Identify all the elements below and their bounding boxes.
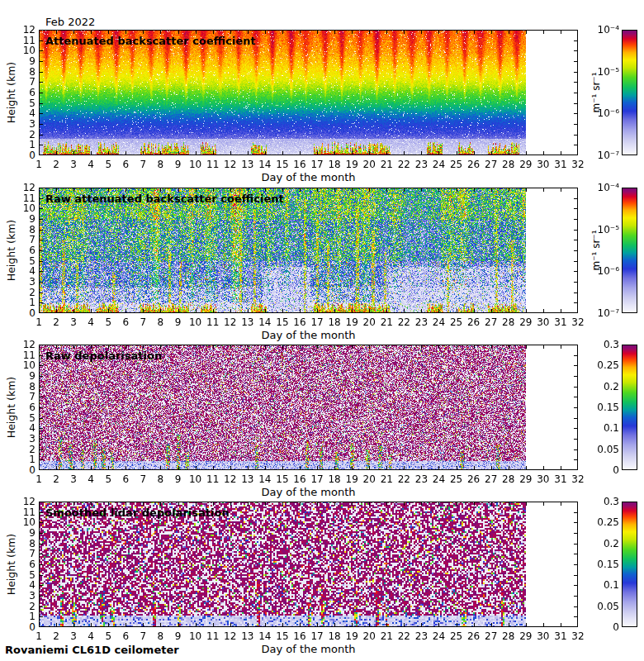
y-tick-label: 5	[12, 412, 36, 424]
figure: Feb 2022 Attenuated backscatter coeffici…	[0, 0, 644, 661]
x-tick-label: 12	[221, 159, 239, 170]
x-tick-label: 29	[517, 630, 535, 642]
x-tick-label: 20	[360, 473, 378, 485]
x-tick-label: 16	[291, 159, 309, 170]
x-tick-label: 20	[360, 159, 378, 170]
x-tick-label: 23	[412, 316, 430, 328]
x-tick-label: 22	[395, 316, 413, 328]
x-tick-label: 30	[534, 473, 552, 485]
panel-raw-attenuated-backscatter: Raw attenuated backscatter coefficient H…	[0, 188, 644, 313]
x-tick-label: 8	[151, 630, 169, 642]
y-tick-label: 9	[12, 213, 36, 225]
colorbar-tick-label: 0.05	[576, 444, 619, 455]
colorbar-tick-label: 0.1	[576, 422, 619, 434]
x-tick-label: 11	[204, 316, 222, 328]
footer-instrument-label: Rovaniemi CL61D ceilometer	[5, 644, 179, 656]
y-tick-label: 4	[12, 265, 36, 277]
colorbar	[622, 30, 637, 155]
y-tick-label: 1	[12, 611, 36, 622]
y-tick-label: 7	[12, 391, 36, 402]
y-tick-label: 3	[12, 433, 36, 445]
colorbar-tick-label: 0	[576, 621, 619, 633]
y-tick-label: 12	[12, 496, 36, 507]
colorbar-tick-label: 10⁻⁷	[576, 307, 619, 319]
x-tick-label: 1	[30, 630, 48, 642]
x-tick-label: 17	[308, 316, 326, 328]
y-tick-label: 3	[12, 590, 36, 602]
x-tick-label: 2	[47, 473, 65, 485]
x-tick-label: 13	[239, 159, 257, 170]
month-label: Feb 2022	[45, 16, 95, 28]
x-tick-label: 29	[517, 473, 535, 485]
x-tick-label: 11	[204, 630, 222, 642]
y-tick-label: 3	[12, 118, 36, 130]
x-tick-label: 22	[395, 473, 413, 485]
x-tick-label: 27	[482, 630, 500, 642]
x-tick-label: 26	[465, 316, 483, 328]
x-tick-label: 23	[412, 159, 430, 170]
x-tick-label: 28	[500, 473, 518, 485]
colorbar-tick-label: 0.1	[576, 579, 619, 591]
x-tick-label: 14	[256, 473, 274, 485]
x-tick-label: 31	[552, 159, 570, 170]
x-tick-label: 24	[429, 316, 447, 328]
x-tick-label: 15	[273, 473, 291, 485]
y-tick-label: 6	[12, 245, 36, 256]
x-tick-label: 17	[308, 159, 326, 170]
y-tick-label: 2	[12, 444, 36, 455]
x-tick-label: 30	[534, 316, 552, 328]
x-tick-label: 19	[343, 316, 361, 328]
x-tick-label: 22	[395, 159, 413, 170]
x-tick-label: 3	[64, 630, 83, 642]
x-tick-label: 28	[500, 159, 518, 170]
x-tick-label: 16	[291, 630, 309, 642]
x-tick-label: 5	[99, 316, 117, 328]
colorbar-tick-label: 0.25	[576, 359, 619, 371]
colorbar	[622, 345, 637, 470]
y-tick-label: 8	[12, 381, 36, 392]
y-tick-label: 12	[12, 182, 36, 193]
colorbar-tick-label: 10⁻⁷	[576, 150, 619, 161]
x-tick-label: 28	[500, 630, 518, 642]
x-tick-label: 8	[151, 316, 169, 328]
y-tick-label: 10	[12, 516, 36, 528]
x-tick-label: 21	[377, 473, 395, 485]
x-tick-label: 27	[482, 316, 500, 328]
x-tick-label: 23	[412, 473, 430, 485]
x-tick-label: 3	[64, 316, 83, 328]
colorbar-tick-label: 0.05	[576, 601, 619, 612]
y-tick-label: 8	[12, 66, 36, 78]
x-tick-label: 3	[64, 159, 83, 170]
x-tick-label: 5	[99, 159, 117, 170]
x-tick-label: 15	[273, 159, 291, 170]
x-tick-label: 28	[500, 316, 518, 328]
x-tick-label: 31	[552, 630, 570, 642]
y-tick-label: 6	[12, 87, 36, 98]
x-tick-label: 25	[447, 473, 466, 485]
x-tick-label: 11	[204, 473, 222, 485]
y-tick-label: 4	[12, 579, 36, 591]
x-tick-label: 9	[169, 159, 187, 170]
x-tick-label: 10	[187, 473, 205, 485]
y-tick-label: 12	[12, 339, 36, 350]
colorbar-tick-label: 10⁻⁴	[576, 24, 619, 36]
y-tick-label: 11	[12, 193, 36, 204]
y-tick-label: 9	[12, 527, 36, 539]
y-tick-label: 2	[12, 129, 36, 140]
y-tick-label: 5	[12, 255, 36, 267]
x-tick-label: 20	[360, 316, 378, 328]
plot-title: Raw depolarisation	[45, 350, 162, 362]
y-tick-label: 7	[12, 548, 36, 559]
x-tick-label: 29	[517, 316, 535, 328]
x-tick-label: 25	[447, 159, 466, 170]
colorbar-tick-label: 0.25	[576, 516, 619, 528]
plot-title: Attenuated backscatter coefficient	[45, 35, 256, 47]
y-tick-label: 9	[12, 55, 36, 67]
x-tick-label: 16	[291, 473, 309, 485]
y-tick-label: 5	[12, 569, 36, 581]
x-tick-label: 5	[99, 630, 117, 642]
colorbar-tick-label: 10⁻⁶	[576, 265, 619, 277]
x-tick-label: 4	[82, 630, 100, 642]
x-tick-label: 6	[116, 316, 135, 328]
x-tick-label: 31	[552, 316, 570, 328]
